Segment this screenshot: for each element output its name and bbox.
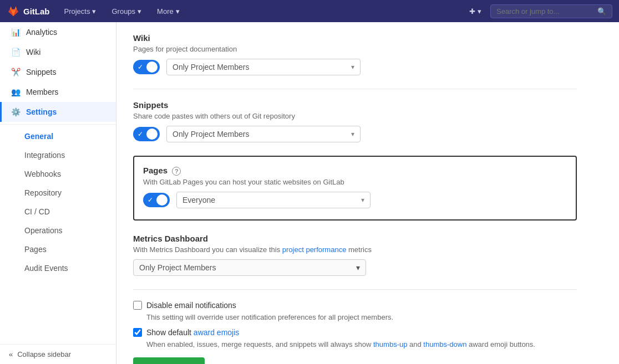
sidebar-item-snippets[interactable]: ✂️ Snippets	[0, 62, 116, 82]
pages-desc: With GitLab Pages you can host your stat…	[143, 178, 567, 186]
pages-dropdown-chevron: ▾	[361, 196, 364, 204]
sidebar-item-wiki[interactable]: 📄 Wiki	[0, 42, 116, 62]
metrics-divider	[133, 289, 577, 290]
award-emojis-link[interactable]: award emojis	[194, 328, 239, 337]
snippets-section: Snippets Share code pastes with others o…	[133, 100, 577, 142]
collapse-sidebar-button[interactable]: « Collapse sidebar	[0, 344, 116, 364]
show-emojis-label: Show default award emojis	[146, 328, 239, 337]
nav-projects[interactable]: Projects ▾	[59, 0, 102, 22]
sidebar-sub-general[interactable]: General	[0, 127, 116, 146]
main-content: Wiki Pages for project documentation ✓ O…	[116, 22, 619, 364]
snippets-toggle-check: ✓	[138, 130, 143, 138]
wiki-toggle-check: ✓	[138, 63, 143, 71]
snippets-desc: Share code pastes with others out of Git…	[133, 112, 577, 120]
chart-icon: 📊	[11, 28, 21, 37]
sidebar-item-members[interactable]: 👥 Members	[0, 82, 116, 102]
content-area: Wiki Pages for project documentation ✓ O…	[116, 22, 593, 364]
pages-section: Pages ? With GitLab Pages you can host y…	[133, 156, 577, 221]
new-item-button[interactable]: ✚ ▾	[465, 5, 486, 18]
snippets-icon: ✂️	[11, 68, 21, 76]
snippets-toggle[interactable]: ✓	[133, 127, 160, 141]
search-input[interactable]	[496, 7, 593, 16]
page-layout: 📊 Analytics 📄 Wiki ✂️ Snippets 👥 Members…	[0, 22, 619, 364]
disable-email-checkbox[interactable]	[133, 301, 142, 310]
snippets-title: Snippets	[133, 100, 577, 110]
nav-groups[interactable]: Groups ▾	[106, 0, 147, 22]
metrics-desc-link[interactable]: project performance	[282, 245, 347, 254]
nav-actions: ✚ ▾ 🔍	[465, 4, 612, 18]
pages-dropdown[interactable]: Everyone ▾	[176, 192, 371, 208]
disable-email-label: Disable email notifications	[146, 301, 236, 310]
wiki-dropdown-chevron: ▾	[351, 63, 354, 71]
metrics-title: Metrics Dashboard	[133, 234, 577, 243]
show-emojis-checkbox[interactable]	[133, 328, 142, 337]
metrics-section: Metrics Dashboard With Metrics Dashboard…	[133, 234, 577, 276]
brand-name: GitLab	[23, 7, 50, 16]
sidebar-sub-repository[interactable]: Repository	[0, 183, 116, 202]
sidebar-sub-pages[interactable]: Pages	[0, 240, 116, 259]
sidebar-item-analytics[interactable]: 📊 Analytics	[0, 22, 116, 42]
metrics-dropdown[interactable]: Only Project Members ▾	[133, 259, 366, 276]
wiki-dropdown[interactable]: Only Project Members ▾	[166, 59, 361, 75]
metrics-dropdown-chevron: ▾	[356, 263, 360, 272]
show-emojis-row: Show default award emojis	[133, 328, 577, 337]
disable-email-row: Disable email notifications	[133, 301, 577, 310]
metrics-desc: With Metrics Dashboard you can visualize…	[133, 245, 577, 254]
sidebar: 📊 Analytics 📄 Wiki ✂️ Snippets 👥 Members…	[0, 22, 116, 364]
gear-icon: ⚙️	[11, 107, 21, 116]
wiki-divider	[133, 89, 577, 89]
sidebar-item-settings[interactable]: ⚙️ Settings	[0, 102, 116, 122]
collapse-icon: «	[9, 350, 13, 358]
sidebar-sub-audit-events[interactable]: Audit Events	[0, 259, 116, 278]
wiki-desc: Pages for project documentation	[133, 45, 577, 53]
wiki-toggle[interactable]: ✓	[133, 60, 160, 74]
wiki-control-row: ✓ Only Project Members ▾	[133, 59, 577, 75]
snippets-dropdown-chevron: ▾	[351, 130, 354, 138]
pages-toggle[interactable]: ✓	[143, 193, 170, 207]
sidebar-sub-cicd[interactable]: CI / CD	[0, 202, 116, 221]
snippets-control-row: ✓ Only Project Members ▾	[133, 126, 577, 142]
nav-more[interactable]: More ▾	[151, 0, 185, 22]
wiki-icon: 📄	[11, 48, 21, 57]
search-icon: 🔍	[597, 7, 606, 16]
wiki-section: Wiki Pages for project documentation ✓ O…	[133, 33, 577, 75]
sidebar-sub-integrations[interactable]: Integrations	[0, 146, 116, 165]
sidebar-sub-webhooks[interactable]: Webhooks	[0, 165, 116, 183]
disable-email-hint: This setting will override user notifica…	[146, 313, 577, 321]
pages-toggle-check: ✓	[148, 196, 153, 204]
snippets-dropdown[interactable]: Only Project Members ▾	[166, 126, 361, 142]
sidebar-divider	[0, 124, 116, 125]
save-changes-button[interactable]: Save changes	[133, 357, 205, 364]
members-icon: 👥	[11, 88, 21, 96]
show-emojis-hint: When enabled, issues, merge requests, an…	[146, 340, 577, 348]
search-bar[interactable]: 🔍	[490, 4, 612, 18]
sidebar-sub-operations[interactable]: Operations	[0, 221, 116, 240]
pages-title: Pages ?	[143, 166, 567, 176]
pages-control-row: ✓ Everyone ▾	[143, 192, 567, 208]
top-navigation: GitLab Projects ▾ Groups ▾ More ▾ ✚ ▾ 🔍	[0, 0, 619, 22]
thumbs-down-link[interactable]: thumbs-down	[423, 340, 466, 348]
pages-help-icon[interactable]: ?	[172, 167, 181, 176]
logo[interactable]: GitLab	[7, 4, 50, 18]
thumbs-up-link[interactable]: thumbs-up	[373, 340, 407, 348]
wiki-title: Wiki	[133, 33, 577, 43]
